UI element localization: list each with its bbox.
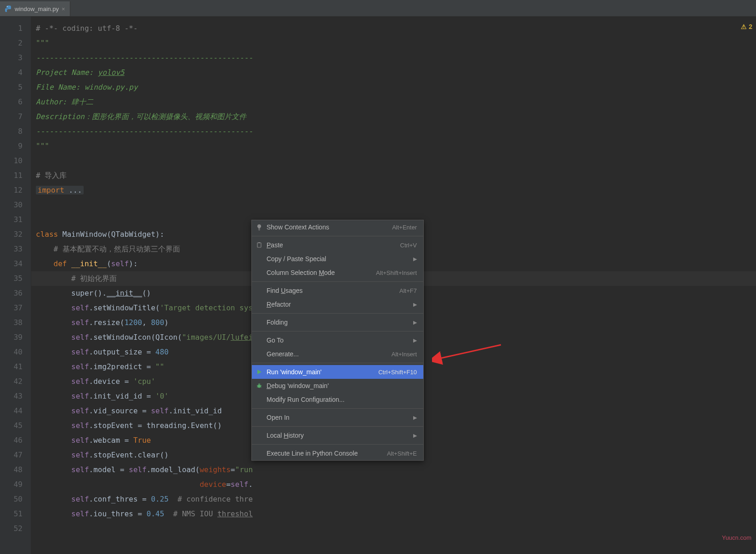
menu-separator bbox=[252, 426, 423, 427]
code-line[interactable]: ----------------------------------------… bbox=[31, 124, 756, 139]
line-number: 3 bbox=[0, 51, 31, 65]
line-number: 40 bbox=[0, 345, 31, 360]
line-number: 52 bbox=[0, 521, 31, 536]
code-line[interactable]: self.model = self.model_load(weights="ru… bbox=[31, 463, 756, 477]
menu-item-label: Run 'window_main' bbox=[267, 368, 378, 376]
python-file-icon bbox=[5, 5, 12, 12]
menu-item-label: Execute Line in Python Console bbox=[267, 450, 387, 457]
line-number: 34 bbox=[0, 257, 31, 271]
code-line[interactable]: Project Name: yolov5 bbox=[31, 65, 756, 80]
code-line[interactable] bbox=[31, 198, 756, 212]
menu-separator bbox=[252, 313, 423, 314]
code-line[interactable]: # 导入库 bbox=[31, 168, 756, 183]
menu-separator bbox=[252, 236, 423, 236]
menu-item-label: Folding bbox=[267, 319, 413, 326]
tab-close-icon[interactable]: × bbox=[62, 6, 65, 12]
menu-separator bbox=[252, 408, 423, 409]
code-line[interactable]: self.iou_thres = 0.45 # NMS IOU threshol bbox=[31, 507, 756, 521]
line-number: 38 bbox=[0, 315, 31, 330]
line-number: 41 bbox=[0, 360, 31, 374]
line-number: 39 bbox=[0, 330, 31, 345]
line-number: 12 bbox=[0, 183, 31, 198]
line-number: 43 bbox=[0, 389, 31, 404]
menu-item[interactable]: Debug 'window_main' bbox=[252, 379, 423, 393]
menu-item-label: Paste bbox=[267, 241, 400, 249]
svg-point-0 bbox=[7, 6, 8, 7]
line-number-gutter: 1234567891011123031323334353637383940414… bbox=[0, 17, 31, 554]
menu-shortcut: Alt+F7 bbox=[399, 287, 417, 294]
editor-tab[interactable]: window_main.py × bbox=[0, 1, 70, 16]
code-line[interactable]: """ bbox=[31, 36, 756, 51]
code-line[interactable]: # -*- coding: utf-8 -*- bbox=[31, 21, 756, 36]
warning-indicator[interactable]: ⚠ 2 bbox=[741, 23, 752, 30]
paste-icon bbox=[256, 241, 263, 249]
code-line[interactable]: import ... bbox=[31, 183, 756, 198]
menu-item[interactable]: Run 'window_main'Ctrl+Shift+F10 bbox=[252, 365, 423, 379]
line-number: 46 bbox=[0, 433, 31, 448]
submenu-arrow-icon: ▶ bbox=[413, 302, 417, 308]
line-number: 6 bbox=[0, 95, 31, 109]
code-line[interactable] bbox=[31, 154, 756, 168]
line-number: 9 bbox=[0, 139, 31, 154]
line-number: 31 bbox=[0, 212, 31, 227]
menu-item[interactable]: Modify Run Configuration... bbox=[252, 393, 423, 406]
menu-shortcut: Ctrl+Shift+F10 bbox=[378, 369, 417, 376]
context-menu: Show Context ActionsAlt+EnterPasteCtrl+V… bbox=[251, 220, 424, 461]
menu-item[interactable]: Open In▶ bbox=[252, 411, 423, 424]
line-number: 7 bbox=[0, 109, 31, 124]
code-line[interactable]: File Name: window.py.py bbox=[31, 80, 756, 95]
line-number: 44 bbox=[0, 404, 31, 418]
code-line[interactable]: device=self. bbox=[31, 477, 756, 492]
line-number: 10 bbox=[0, 154, 31, 168]
line-number: 4 bbox=[0, 65, 31, 80]
menu-item-label: Go To bbox=[267, 337, 413, 344]
bulb-icon bbox=[256, 223, 263, 231]
menu-item[interactable]: Column Selection ModeAlt+Shift+Insert bbox=[252, 266, 423, 280]
menu-separator bbox=[252, 281, 423, 282]
line-number: 30 bbox=[0, 198, 31, 212]
menu-item-label: Generate... bbox=[267, 350, 392, 358]
line-number: 35 bbox=[0, 271, 31, 286]
menu-separator bbox=[252, 363, 423, 363]
menu-item[interactable]: Generate...Alt+Insert bbox=[252, 347, 423, 361]
menu-item[interactable]: Refactor▶ bbox=[252, 297, 423, 311]
line-number: 11 bbox=[0, 168, 31, 183]
line-number: 1 bbox=[0, 21, 31, 36]
submenu-arrow-icon: ▶ bbox=[413, 415, 417, 421]
code-line[interactable]: """ bbox=[31, 139, 756, 154]
svg-point-3 bbox=[258, 385, 261, 388]
svg-rect-1 bbox=[257, 243, 261, 247]
line-number: 37 bbox=[0, 301, 31, 315]
line-number: 32 bbox=[0, 227, 31, 242]
menu-separator bbox=[252, 331, 423, 331]
menu-item[interactable]: Copy / Paste Special▶ bbox=[252, 252, 423, 266]
menu-item[interactable]: Execute Line in Python ConsoleAlt+Shift+… bbox=[252, 446, 423, 460]
menu-item-label: Debug 'window_main' bbox=[267, 382, 417, 389]
menu-shortcut: Alt+Shift+Insert bbox=[376, 269, 417, 276]
line-number: 42 bbox=[0, 374, 31, 389]
menu-item[interactable]: Local History▶ bbox=[252, 428, 423, 442]
code-line[interactable]: ----------------------------------------… bbox=[31, 51, 756, 65]
menu-shortcut: Alt+Shift+E bbox=[387, 450, 417, 457]
line-number: 8 bbox=[0, 124, 31, 139]
code-line[interactable] bbox=[31, 521, 756, 536]
submenu-arrow-icon: ▶ bbox=[413, 433, 417, 439]
menu-item[interactable]: Go To▶ bbox=[252, 333, 423, 347]
menu-shortcut: Alt+Enter bbox=[392, 224, 417, 231]
line-number: 33 bbox=[0, 242, 31, 257]
line-number: 51 bbox=[0, 507, 31, 521]
tab-filename: window_main.py bbox=[15, 6, 59, 12]
bug-icon bbox=[256, 382, 263, 389]
menu-item[interactable]: PasteCtrl+V bbox=[252, 238, 423, 252]
menu-item-label: Column Selection Mode bbox=[267, 269, 376, 276]
tab-bar: window_main.py × bbox=[0, 0, 756, 17]
menu-item[interactable]: Folding▶ bbox=[252, 315, 423, 329]
line-number: 2 bbox=[0, 36, 31, 51]
menu-item-label: Refactor bbox=[267, 301, 413, 308]
code-line[interactable]: Description：图形化界面，可以检测摄像头、视频和图片文件 bbox=[31, 109, 756, 124]
menu-item[interactable]: Find UsagesAlt+F7 bbox=[252, 284, 423, 297]
svg-rect-2 bbox=[258, 242, 260, 243]
code-line[interactable]: self.conf_thres = 0.25 # confidence thre bbox=[31, 492, 756, 507]
menu-item[interactable]: Show Context ActionsAlt+Enter bbox=[252, 220, 423, 234]
code-line[interactable]: Author: 肆十二 bbox=[31, 95, 756, 109]
